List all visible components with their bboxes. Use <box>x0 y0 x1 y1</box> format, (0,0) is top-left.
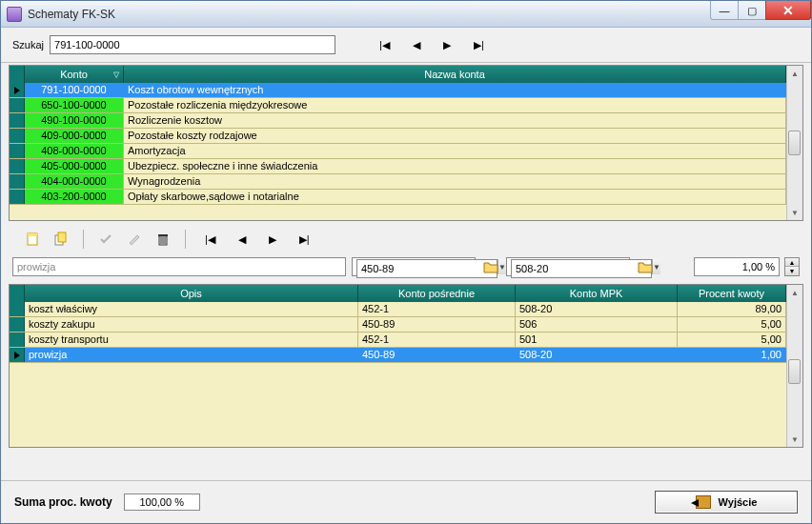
maximize-button[interactable]: ▢ <box>738 1 766 20</box>
cell-kp: 452-1 <box>358 333 516 347</box>
nav2-next-button[interactable]: ▶ <box>269 233 276 246</box>
acct1-open-button[interactable] <box>481 257 500 276</box>
cell-opis: koszty transportu <box>25 333 358 347</box>
new-button[interactable] <box>20 229 45 250</box>
table-row[interactable]: 791-100-0000Koszt obrotow wewnętrznych <box>10 83 786 98</box>
table-row[interactable]: 650-100-0000Pozostałe rozliczenia między… <box>10 98 786 113</box>
cell-opis: koszty zakupu <box>25 317 358 332</box>
minimize-button[interactable]: — <box>710 1 739 20</box>
row-indicator <box>10 113 25 128</box>
table-row[interactable]: 408-000-0000Amortyzacja <box>10 144 786 159</box>
table-row[interactable]: koszty zakupu450-895065,00 <box>10 317 786 333</box>
table-row[interactable]: koszty transportu452-15015,00 <box>10 333 786 348</box>
acct1-combo[interactable]: ▼ <box>352 257 476 276</box>
col-account[interactable]: Konto ▽ <box>25 66 124 83</box>
table-row[interactable]: 490-100-0000Rozliczenie kosztow <box>10 113 786 129</box>
folder-open-icon <box>638 260 653 273</box>
row-indicator <box>10 83 25 97</box>
folder-open-icon <box>483 260 498 273</box>
col-konto-posrednie[interactable]: Konto pośrednie <box>358 285 516 302</box>
cell-kmpk: 506 <box>516 317 678 332</box>
step-down-icon: ▼ <box>785 267 799 275</box>
delete-button[interactable] <box>151 229 175 250</box>
cell-name: Pozostałe rozliczenia międzyokresowe <box>124 98 786 112</box>
col-konto-mpk[interactable]: Konto MPK <box>516 285 678 302</box>
cell-kmpk: 508-20 <box>516 348 678 362</box>
acct2-combo[interactable]: ▼ <box>506 257 630 276</box>
footer: Suma proc. kwoty 100,00 % Wyjście <box>1 480 811 523</box>
percent-stepper[interactable]: ▲ ▼ <box>784 257 800 276</box>
cell-account: 405-000-0000 <box>25 159 124 173</box>
close-button[interactable]: ✕ <box>765 1 811 20</box>
row-indicator <box>10 302 25 316</box>
row-indicator <box>10 190 25 204</box>
percent-input[interactable] <box>694 257 780 276</box>
acct2-open-button[interactable] <box>636 257 655 276</box>
scroll-down-icon: ▼ <box>788 432 802 447</box>
titlebar: Schematy FK-SK — ▢ ✕ <box>1 1 811 28</box>
scroll-down-icon: ▼ <box>788 205 802 220</box>
exit-label: Wyjście <box>719 496 758 508</box>
row-indicator <box>10 98 25 112</box>
table-row[interactable]: 403-200-0000Opłaty skarbowe,sądowe i not… <box>10 190 786 205</box>
table-row[interactable]: prowizja450-89508-201,00 <box>10 348 786 363</box>
cell-account: 408-000-0000 <box>25 144 124 158</box>
nav-first-button[interactable]: |◀ <box>379 39 390 51</box>
scroll-up-icon: ▲ <box>788 66 802 81</box>
nav-prev-button[interactable]: ◀ <box>413 39 420 51</box>
col-procent-kwoty[interactable]: Procent kwoty <box>678 285 786 302</box>
search-label: Szukaj <box>12 39 44 50</box>
row-indicator <box>10 129 25 143</box>
exit-icon <box>696 495 711 509</box>
cell-kp: 452-1 <box>358 302 516 316</box>
copy-icon <box>53 232 69 247</box>
nav2-first-button[interactable]: |◀ <box>205 233 215 246</box>
cell-name: Rozliczenie kosztow <box>124 113 786 128</box>
row-indicator <box>10 144 25 158</box>
trash-icon <box>155 232 171 247</box>
nav2-prev-button[interactable]: ◀ <box>238 233 246 246</box>
cell-name: Amortyzacja <box>124 144 786 158</box>
apply-button[interactable] <box>93 229 118 250</box>
accounts-scrollbar[interactable]: ▲ ▼ <box>786 66 802 220</box>
search-nav-bar: Szukaj |◀ ◀ ▶ ▶| <box>1 28 811 63</box>
table-row[interactable]: 409-000-0000Pozostałe koszty rodzajowe <box>10 129 786 144</box>
col-name[interactable]: Nazwa konta <box>124 66 786 83</box>
acct1-input[interactable] <box>356 259 497 278</box>
cell-kmpk: 501 <box>516 333 678 347</box>
exit-button[interactable]: Wyjście <box>655 491 798 514</box>
copy-button[interactable] <box>49 229 73 250</box>
scroll-up-icon: ▲ <box>788 285 802 300</box>
sum-label: Suma proc. kwoty <box>14 495 112 509</box>
cell-pk: 89,00 <box>678 302 786 316</box>
col-opis[interactable]: Opis <box>25 285 358 302</box>
cell-account: 403-200-0000 <box>25 190 124 204</box>
row-indicator <box>10 174 25 189</box>
desc-input[interactable] <box>12 257 346 276</box>
new-icon <box>25 232 40 247</box>
cell-kmpk: 508-20 <box>516 302 678 316</box>
cell-opis: koszt właściwy <box>25 302 358 316</box>
details-scrollbar[interactable]: ▲ ▼ <box>786 285 802 447</box>
table-row[interactable]: 404-000-0000Wynagrodzenia <box>10 174 786 190</box>
cell-account: 650-100-0000 <box>25 98 124 112</box>
table-row[interactable]: koszt właściwy452-1508-2089,00 <box>10 302 786 317</box>
cell-pk: 5,00 <box>678 317 786 332</box>
nav2-last-button[interactable]: ▶| <box>299 233 310 246</box>
toolbar: |◀ ◀ ▶ ▶| <box>9 225 803 253</box>
details-grid: Opis Konto pośrednie Konto MPK Procent k… <box>9 284 803 448</box>
nav-last-button[interactable]: ▶| <box>474 39 484 51</box>
edit-button[interactable] <box>122 229 147 250</box>
acct2-input[interactable] <box>511 259 652 278</box>
cell-pk: 5,00 <box>678 333 786 347</box>
cell-kp: 450-89 <box>358 348 516 362</box>
check-icon <box>98 232 113 247</box>
cell-kp: 450-89 <box>358 317 516 332</box>
svg-rect-5 <box>158 234 168 236</box>
cell-account: 404-000-0000 <box>25 174 124 189</box>
nav-next-button[interactable]: ▶ <box>443 39 451 51</box>
cell-account: 409-000-0000 <box>25 129 124 143</box>
search-input[interactable] <box>50 35 335 54</box>
cell-pk: 1,00 <box>678 348 786 362</box>
table-row[interactable]: 405-000-0000Ubezpiecz. społeczne i inne … <box>10 159 786 174</box>
